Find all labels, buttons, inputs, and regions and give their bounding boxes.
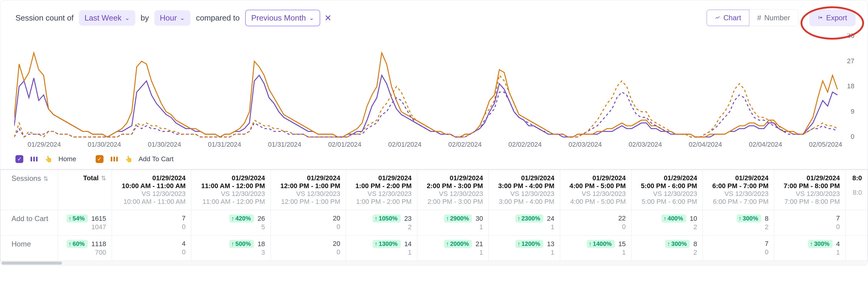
x-axis-tick-label: 02/04/2024 [675,141,736,148]
table-row: Add to Cart54%1615104770420%2652001050%2… [1,210,868,236]
export-button[interactable]: Export [809,9,856,26]
line-chart-icon [715,13,720,22]
data-cell: 300%82 [703,210,774,236]
x-axis-labels: 01/29/202401/30/202401/30/202401/31/2024… [14,139,856,148]
x-axis-tick-label: 02/01/2024 [375,141,435,148]
x-axis-tick-label: 02/05/2024 [796,141,856,148]
table-body: Add to Cart54%1615104770420%2652001050%2… [1,210,868,261]
data-cell: 420%265 [191,210,271,236]
x-axis-tick-label: 01/30/2024 [74,141,135,148]
thumb-icon: 👆 [45,156,52,163]
data-cell: 220 [560,210,631,236]
total-cell: 54%16151047 [58,210,112,236]
data-cell: 2900%301 [417,210,489,236]
legend-home-label: Home [58,155,76,163]
data-cell: 2300%241 [489,210,560,236]
data-cell: 200 [271,236,346,261]
hour-column-header-partial: 8:08:0 [846,170,868,210]
x-axis-tick-label: 01/31/2024 [195,141,255,148]
data-cell: 70 [112,210,191,236]
by-text: by [141,13,149,23]
hour-column-header[interactable]: 01/29/20243:00 PM - 4:00 PMVS 12/30/2023… [489,170,560,210]
svg-text:18: 18 [847,82,855,90]
data-cell: 200 [271,210,346,236]
x-axis-tick-label: 01/31/2024 [254,141,315,148]
x-axis-tick-label: 01/29/2024 [14,141,74,148]
scrollbar-thumb[interactable] [1,262,62,265]
total-cell: 60%1118700 [58,236,112,261]
compare-label: Previous Month [251,13,306,23]
data-table: Sessions⇅Total⇅01/29/202410:00 AM - 11:0… [0,170,868,261]
table-header-row: Sessions⇅Total⇅01/29/202410:00 AM - 11:0… [1,170,868,210]
data-cell: 70 [774,210,846,236]
compared-text: compared to [196,13,240,23]
hour-column-header[interactable]: 01/29/202411:00 AM - 12:00 PMVS 12/30/20… [191,170,271,210]
x-axis-tick-label: 02/01/2024 [315,141,375,148]
data-cell: 1400%151 [560,236,631,261]
hour-column-header[interactable]: 01/29/202412:00 PM - 1:00 PMVS 12/30/202… [271,170,346,210]
hour-column-header[interactable]: 01/29/20241:00 PM - 2:00 PMVS 12/30/2023… [346,170,417,210]
legend-checkbox-addtocart[interactable]: ✓ [96,155,103,163]
data-cell: 1300%141 [346,236,417,261]
legend-checkbox-home[interactable]: ✓ [16,155,23,163]
svg-text:27: 27 [847,57,855,65]
data-cell: 300%82 [631,236,703,261]
row-label: Add to Cart [1,210,58,236]
close-icon[interactable]: ✕ [324,13,332,23]
compare-dropdown[interactable]: Previous Month ⌄ [245,10,320,26]
table-wrap: Sessions⇅Total⇅01/29/202410:00 AM - 11:0… [0,169,868,265]
x-axis-tick-label: 02/03/2024 [615,141,676,148]
x-axis-tick-label: 01/30/2024 [134,141,195,148]
svg-text:9: 9 [851,108,855,115]
data-cell: 1200%131 [489,236,560,261]
data-cell: 1050%232 [346,210,417,236]
data-cell: 500%183 [191,236,271,261]
data-cell: 2000%211 [417,236,489,261]
row-label: Home [1,236,58,261]
hour-column-header[interactable]: 01/29/202410:00 AM - 11:00 AMVS 12/30/20… [112,170,191,210]
data-cell: 70 [703,236,774,261]
legend-addtocart-label: Add To Cart [138,155,174,163]
x-axis-tick-label: 02/04/2024 [736,141,796,148]
horizontal-scrollbar[interactable] [0,261,868,265]
view-number-button[interactable]: # Number [749,10,798,26]
svg-text:0: 0 [851,133,855,139]
data-cell: 400%102 [631,210,703,236]
export-icon [818,13,823,22]
line-chart: 09182736 [14,34,856,139]
period-dropdown[interactable]: Last Week ⌄ [79,10,135,26]
hash-icon: # [757,13,761,22]
view-toggle: Chart # Number [706,9,798,26]
view-number-label: Number [764,13,790,22]
granularity-label: Hour [160,13,177,23]
dashed-icon [111,157,118,162]
data-cell: 40 [112,236,191,261]
x-axis-tick-label: 02/02/2024 [435,141,495,148]
dashed-icon [31,157,37,162]
data-cell: 300%41 [774,236,846,261]
analytics-panel: Session count of Last Week ⌄ by Hour ⌄ c… [0,0,868,266]
table-row: Home60%111870040500%1832001300%1412000%2… [1,236,868,261]
chart-area: 09182736 01/29/202401/30/202401/30/20240… [0,34,868,148]
view-chart-button[interactable]: Chart [706,9,750,26]
svg-text:36: 36 [847,34,855,39]
granularity-dropdown[interactable]: Hour ⌄ [154,10,190,26]
hour-column-header[interactable]: 01/29/20246:00 PM - 7:00 PMVS 12/30/2023… [703,170,774,210]
hour-column-header[interactable]: 01/29/20242:00 PM - 3:00 PMVS 12/30/2023… [417,170,489,210]
prefix-text: Session count of [16,13,73,23]
x-axis-tick-label: 02/02/2024 [495,141,555,148]
legend: ✓ 👆 Home ✓ 👆 Add To Cart [0,148,868,169]
hour-column-header[interactable]: 01/29/20245:00 PM - 6:00 PMVS 12/30/2023… [631,170,703,210]
x-axis-tick-label: 02/03/2024 [555,141,615,148]
chevron-down-icon: ⌄ [309,14,314,22]
sessions-header[interactable]: Sessions⇅ [1,170,58,210]
hour-column-header[interactable]: 01/29/20247:00 PM - 8:00 PMVS 12/30/2023… [774,170,846,210]
chevron-down-icon: ⌄ [125,14,130,22]
thumb-icon: 👆 [125,156,132,163]
total-header[interactable]: Total⇅ [58,170,112,210]
chevron-down-icon: ⌄ [180,14,185,22]
hour-column-header[interactable]: 01/29/20244:00 PM - 5:00 PMVS 12/30/2023… [560,170,631,210]
export-label: Export [826,13,847,22]
period-label: Last Week [85,13,121,23]
controls-row: Session count of Last Week ⌄ by Hour ⌄ c… [0,0,868,34]
